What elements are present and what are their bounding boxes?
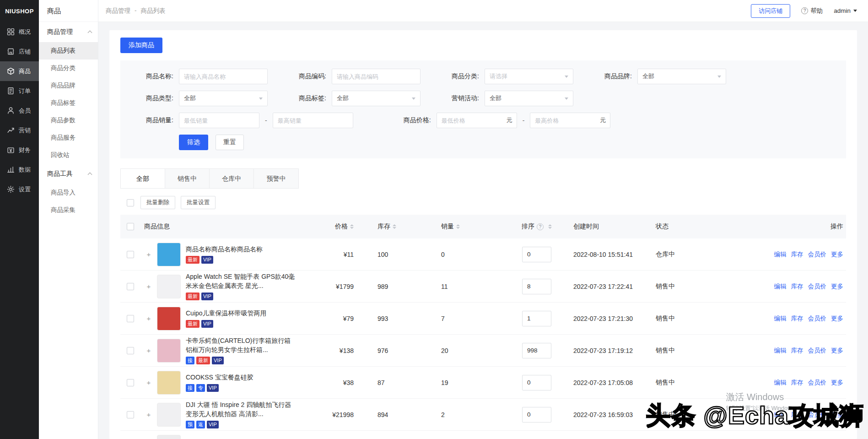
max-price-input[interactable] bbox=[530, 113, 610, 128]
batch-settings-button[interactable]: 批量设置 bbox=[181, 196, 216, 209]
sort-input[interactable] bbox=[522, 407, 551, 423]
stock-cell: 976 bbox=[354, 347, 422, 354]
row-checkbox[interactable] bbox=[127, 347, 134, 354]
help-link[interactable]: ? 帮助 bbox=[801, 7, 823, 15]
user-menu[interactable]: admin bbox=[834, 7, 857, 14]
more-link[interactable]: 更多 bbox=[831, 282, 843, 291]
min-sales-input[interactable] bbox=[179, 113, 259, 128]
product-name[interactable]: COOKSS 宝宝餐盘硅胶 bbox=[186, 373, 253, 382]
member-price-link[interactable]: 会员价 bbox=[808, 379, 827, 387]
stock-link[interactable]: 库存 bbox=[791, 314, 803, 323]
product-name[interactable]: DJI 大疆 悟 Inspire 2 四轴航拍飞行器变形无人机航拍器 高清影..… bbox=[186, 401, 296, 418]
stock-link[interactable]: 库存 bbox=[791, 347, 803, 355]
product-name[interactable]: 商品名称商品名称商品名称 bbox=[186, 245, 263, 254]
sidebar-item-order[interactable]: 订单 bbox=[0, 81, 39, 101]
sort-input[interactable] bbox=[522, 343, 551, 358]
row-checkbox[interactable] bbox=[127, 315, 134, 322]
sort-input[interactable] bbox=[522, 375, 551, 390]
sort-toggle[interactable] bbox=[548, 224, 552, 229]
submenu-item[interactable]: 商品标签 bbox=[39, 94, 98, 112]
visit-shop-button[interactable]: 访问店铺 bbox=[751, 4, 790, 18]
expand-row-button[interactable]: + bbox=[147, 347, 151, 354]
submenu-item[interactable]: 商品分类 bbox=[39, 60, 98, 77]
edit-link[interactable]: 编辑 bbox=[774, 347, 787, 355]
sort-input[interactable] bbox=[522, 279, 551, 294]
sort-toggle[interactable] bbox=[350, 224, 354, 229]
sidebar-item-shop[interactable]: 店铺 bbox=[0, 42, 39, 61]
submenu-item[interactable]: 商品品牌 bbox=[39, 77, 98, 94]
type-select[interactable]: 全部 bbox=[179, 91, 268, 106]
member-price-link[interactable]: 会员价 bbox=[808, 314, 827, 323]
more-link[interactable]: 更多 bbox=[831, 379, 843, 387]
member-price-link[interactable]: 会员价 bbox=[808, 250, 827, 259]
more-link[interactable]: 更多 bbox=[831, 347, 843, 355]
filter-submit-button[interactable]: 筛选 bbox=[179, 135, 208, 150]
sidebar-item-setting[interactable]: 设置 bbox=[0, 179, 39, 199]
sort-toggle[interactable] bbox=[456, 224, 460, 229]
tab-warning[interactable]: 预警中 bbox=[254, 169, 298, 188]
stock-link[interactable]: 库存 bbox=[791, 250, 803, 259]
sidebar-item-finance[interactable]: 财务 bbox=[0, 140, 39, 160]
submenu-item[interactable]: 商品导入 bbox=[39, 184, 98, 201]
submenu-item[interactable]: 商品采集 bbox=[39, 201, 98, 219]
tab-selling[interactable]: 销售中 bbox=[165, 169, 210, 188]
more-link[interactable]: 更多 bbox=[831, 411, 843, 419]
product-name[interactable]: Apple Watch SE 智能手表 GPS款40毫米米金色铝金属表壳 星光.… bbox=[186, 272, 296, 290]
member-price-link[interactable]: 会员价 bbox=[808, 282, 827, 291]
sidebar-item-goods[interactable]: 商品 bbox=[0, 61, 39, 81]
breadcrumb-item[interactable]: 商品管理 bbox=[106, 7, 130, 15]
activity-select[interactable]: 全部 bbox=[485, 91, 573, 106]
more-link[interactable]: 更多 bbox=[831, 314, 843, 323]
submenu-group-header[interactable]: 商品管理 bbox=[39, 22, 98, 42]
expand-row-button[interactable]: + bbox=[147, 282, 151, 290]
filter-reset-button[interactable]: 重置 bbox=[216, 135, 244, 150]
select-all-checkbox[interactable] bbox=[127, 223, 134, 230]
edit-link[interactable]: 编辑 bbox=[774, 314, 787, 323]
batch-select-all-checkbox[interactable] bbox=[127, 199, 134, 206]
sidebar-item-member[interactable]: 会员 bbox=[0, 101, 39, 120]
add-product-button[interactable]: 添加商品 bbox=[120, 38, 162, 53]
submenu-item[interactable]: 商品参数 bbox=[39, 112, 98, 129]
row-checkbox[interactable] bbox=[127, 283, 134, 290]
member-price-link[interactable]: 会员价 bbox=[808, 411, 827, 419]
edit-link[interactable]: 编辑 bbox=[774, 250, 787, 259]
submenu-group-header[interactable]: 商品工具 bbox=[39, 164, 98, 184]
product-name[interactable]: 卡帝乐鳄鱼(CARTELO)行李箱旅行箱铝框万向轮男女学生拉杆箱... bbox=[186, 336, 296, 354]
stock-link[interactable]: 库存 bbox=[791, 379, 803, 387]
min-price-input[interactable] bbox=[437, 113, 517, 128]
sidebar-item-marketing[interactable]: 营销 bbox=[0, 120, 39, 140]
sort-input[interactable] bbox=[522, 311, 551, 326]
expand-row-button[interactable]: + bbox=[147, 314, 151, 322]
edit-link[interactable]: 编辑 bbox=[774, 379, 787, 387]
submenu-item[interactable]: 商品列表 bbox=[39, 42, 98, 60]
brand-select[interactable]: 全部 bbox=[637, 69, 726, 84]
row-checkbox[interactable] bbox=[127, 251, 134, 258]
expand-row-button[interactable]: + bbox=[147, 250, 151, 258]
submenu-item[interactable]: 回收站 bbox=[39, 146, 98, 164]
sort-input[interactable] bbox=[522, 247, 551, 262]
tab-warehouse[interactable]: 仓库中 bbox=[210, 169, 254, 188]
product-name-input[interactable] bbox=[179, 69, 268, 84]
batch-delete-button[interactable]: 批量删除 bbox=[140, 196, 175, 209]
expand-row-button[interactable]: + bbox=[147, 411, 151, 418]
tag-select[interactable]: 全部 bbox=[332, 91, 421, 106]
expand-row-button[interactable]: + bbox=[147, 379, 151, 386]
row-checkbox[interactable] bbox=[127, 379, 134, 386]
member-price-link[interactable]: 会员价 bbox=[808, 347, 827, 355]
goods-icon bbox=[7, 67, 15, 75]
product-code-input[interactable] bbox=[332, 69, 421, 84]
row-checkbox[interactable] bbox=[127, 411, 134, 418]
more-link[interactable]: 更多 bbox=[831, 250, 843, 259]
edit-link[interactable]: 编辑 bbox=[774, 282, 787, 291]
sidebar-item-data[interactable]: 数据 bbox=[0, 160, 39, 179]
edit-link[interactable]: 编辑 bbox=[774, 411, 787, 419]
sort-toggle[interactable] bbox=[393, 224, 396, 229]
sidebar-item-overview[interactable]: 概况 bbox=[0, 22, 39, 42]
submenu-item[interactable]: 商品服务 bbox=[39, 129, 98, 146]
product-name[interactable]: Cuipo儿童保温杯带吸管两用 bbox=[186, 309, 267, 318]
stock-link[interactable]: 库存 bbox=[791, 411, 803, 419]
stock-link[interactable]: 库存 bbox=[791, 282, 803, 291]
max-sales-input[interactable] bbox=[273, 113, 353, 128]
category-select[interactable]: 请选择 bbox=[485, 69, 573, 84]
tab-all[interactable]: 全部 bbox=[121, 169, 165, 188]
